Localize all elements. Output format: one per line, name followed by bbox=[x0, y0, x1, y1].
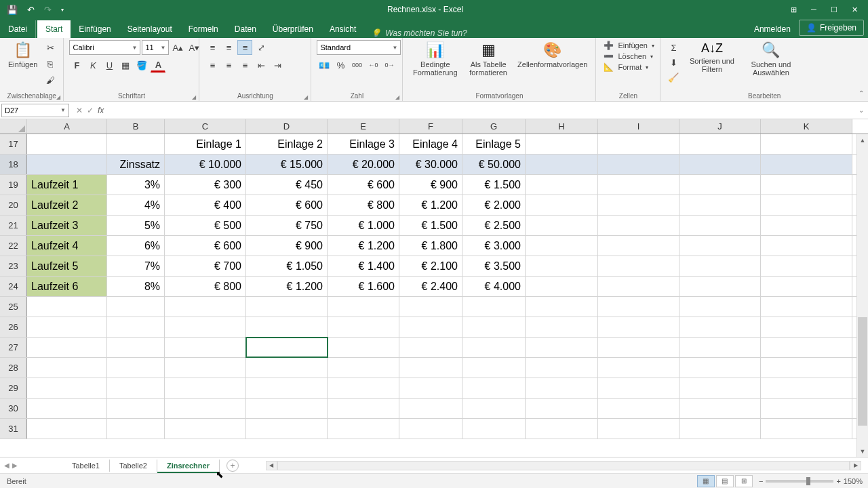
cell[interactable] bbox=[27, 399, 107, 418]
cell[interactable] bbox=[107, 399, 165, 418]
cell[interactable]: € 1.800 bbox=[399, 236, 462, 256]
cell[interactable] bbox=[107, 378, 165, 398]
align-center-icon[interactable]: ≡ bbox=[221, 58, 236, 73]
cell[interactable] bbox=[598, 277, 679, 296]
row-header[interactable]: 18 bbox=[0, 155, 27, 174]
cell[interactable] bbox=[679, 317, 761, 337]
col-header[interactable]: D bbox=[246, 119, 328, 134]
cell[interactable]: 6% bbox=[107, 236, 165, 256]
align-left-icon[interactable]: ≡ bbox=[205, 58, 220, 73]
ribbon-options-icon[interactable]: ⊞ bbox=[785, 3, 802, 16]
cell[interactable] bbox=[526, 358, 598, 378]
cell[interactable] bbox=[107, 338, 165, 357]
cell[interactable] bbox=[27, 419, 107, 439]
sheet-tab-tabelle1[interactable]: Tabelle1 bbox=[62, 460, 110, 472]
cell[interactable]: € 750 bbox=[246, 216, 328, 235]
tab-file[interactable]: Datei bbox=[0, 20, 36, 38]
cell[interactable]: Laufzeit 6 bbox=[27, 277, 107, 296]
row-header[interactable]: 23 bbox=[0, 256, 27, 276]
horizontal-scrollbar[interactable]: ◀ ▶ bbox=[266, 461, 861, 470]
conditional-formatting-button[interactable]: 📊Bedingte Formatierung bbox=[408, 40, 462, 78]
font-color-icon[interactable]: A bbox=[151, 58, 165, 73]
cell[interactable]: 8% bbox=[107, 277, 165, 296]
row-header[interactable]: 24 bbox=[0, 277, 27, 296]
cell[interactable]: € 600 bbox=[246, 195, 328, 215]
collapse-ribbon-icon[interactable]: ⌃ bbox=[859, 89, 864, 97]
cell[interactable]: Laufzeit 2 bbox=[27, 195, 107, 215]
minimize-icon[interactable]: ─ bbox=[806, 3, 822, 16]
close-icon[interactable]: ✕ bbox=[846, 3, 863, 16]
cell[interactable]: Laufzeit 3 bbox=[27, 216, 107, 235]
cell[interactable]: € 400 bbox=[165, 195, 246, 215]
cell[interactable]: € 4.000 bbox=[462, 277, 526, 296]
cell[interactable]: 4% bbox=[107, 195, 165, 215]
cell[interactable] bbox=[399, 297, 462, 317]
number-launcher-icon[interactable]: ◢ bbox=[395, 94, 399, 100]
font-size-select[interactable]: ▼ bbox=[142, 40, 169, 55]
row-header[interactable]: 19 bbox=[0, 175, 27, 195]
cell[interactable]: € 900 bbox=[246, 236, 328, 256]
scroll-right-icon[interactable]: ▶ bbox=[850, 461, 861, 470]
tab-insert[interactable]: Einfügen bbox=[71, 20, 119, 38]
cell[interactable] bbox=[526, 236, 598, 256]
insert-function-icon[interactable]: fx bbox=[98, 106, 104, 115]
cell[interactable] bbox=[598, 297, 679, 317]
cell[interactable] bbox=[246, 399, 328, 418]
cell[interactable]: € 3.000 bbox=[462, 236, 526, 256]
maximize-icon[interactable]: ☐ bbox=[826, 3, 842, 16]
cell[interactable] bbox=[761, 236, 852, 256]
clear-icon[interactable]: 🧹 bbox=[666, 70, 681, 85]
copy-icon[interactable]: ⎘ bbox=[43, 56, 58, 71]
cell[interactable] bbox=[107, 297, 165, 317]
cell[interactable] bbox=[462, 358, 526, 378]
fill-icon[interactable]: ⬇ bbox=[666, 55, 681, 70]
cell[interactable] bbox=[598, 358, 679, 378]
cell[interactable]: Laufzeit 5 bbox=[27, 256, 107, 276]
cell[interactable] bbox=[246, 317, 328, 337]
cell[interactable] bbox=[526, 216, 598, 235]
cell[interactable]: € 2.400 bbox=[399, 277, 462, 296]
cell[interactable]: Einlage 1 bbox=[165, 134, 246, 154]
percent-format-icon[interactable]: % bbox=[333, 58, 348, 73]
paste-button[interactable]: 📋 Einfügen bbox=[5, 40, 40, 70]
tab-home[interactable]: Start bbox=[37, 20, 71, 38]
cell[interactable] bbox=[462, 297, 526, 317]
row-header[interactable]: 30 bbox=[0, 399, 27, 418]
scroll-up-icon[interactable]: ▲ bbox=[857, 134, 868, 146]
cell[interactable]: € 500 bbox=[165, 216, 246, 235]
cancel-formula-icon[interactable]: ✕ bbox=[76, 106, 83, 115]
row-header[interactable]: 17 bbox=[0, 134, 27, 154]
cell[interactable] bbox=[598, 195, 679, 215]
cell[interactable] bbox=[107, 419, 165, 439]
cell[interactable]: Einlage 3 bbox=[328, 134, 399, 154]
cell[interactable] bbox=[761, 195, 852, 215]
cell[interactable] bbox=[679, 297, 761, 317]
cell[interactable] bbox=[107, 317, 165, 337]
select-all-button[interactable] bbox=[0, 119, 27, 134]
scroll-left-icon[interactable]: ◀ bbox=[266, 461, 277, 470]
cell[interactable] bbox=[328, 378, 399, 398]
tab-formulas[interactable]: Formeln bbox=[180, 20, 226, 38]
cell[interactable]: € 300 bbox=[165, 175, 246, 195]
col-header[interactable]: C bbox=[165, 119, 246, 134]
cell[interactable]: € 1.200 bbox=[328, 236, 399, 256]
cell[interactable] bbox=[246, 338, 328, 357]
cell[interactable] bbox=[462, 378, 526, 398]
clipboard-launcher-icon[interactable]: ◢ bbox=[56, 94, 60, 100]
chevron-down-icon[interactable]: ▼ bbox=[158, 45, 169, 51]
cell[interactable]: € 1.400 bbox=[328, 256, 399, 276]
cell[interactable] bbox=[598, 338, 679, 357]
cell[interactable]: € 10.000 bbox=[165, 155, 246, 174]
zoom-level[interactable]: 150% bbox=[844, 477, 863, 485]
scroll-down-icon[interactable]: ▼ bbox=[857, 445, 868, 457]
increase-indent-icon[interactable]: ⇥ bbox=[270, 58, 285, 73]
cell[interactable] bbox=[526, 338, 598, 357]
vertical-scrollbar[interactable]: ▲ ▼ bbox=[856, 134, 868, 457]
cell[interactable] bbox=[761, 256, 852, 276]
decrease-decimal-icon[interactable]: 0→ bbox=[382, 58, 397, 73]
row-header[interactable]: 20 bbox=[0, 195, 27, 215]
cell[interactable]: Einlage 2 bbox=[246, 134, 328, 154]
row-header[interactable]: 27 bbox=[0, 338, 27, 357]
cell[interactable] bbox=[679, 399, 761, 418]
cell[interactable] bbox=[526, 378, 598, 398]
